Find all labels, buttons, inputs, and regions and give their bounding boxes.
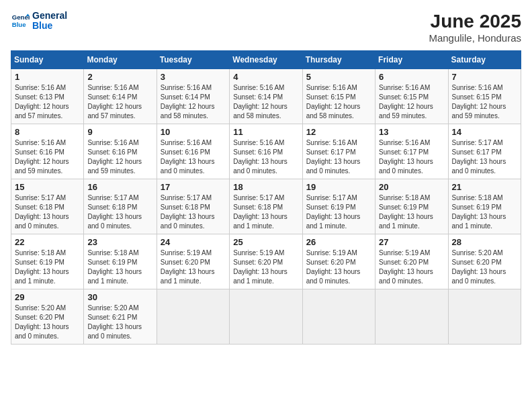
header-wednesday: Wednesday	[230, 51, 302, 69]
calendar-cell: 25Sunrise: 5:19 AMSunset: 6:20 PMDayligh…	[230, 234, 302, 289]
calendar-row: 29Sunrise: 5:20 AMSunset: 6:20 PMDayligh…	[11, 289, 521, 345]
day-number: 3	[161, 72, 226, 82]
header-thursday: Thursday	[302, 51, 375, 69]
day-info: Sunrise: 5:17 AMSunset: 6:17 PMDaylight:…	[452, 138, 517, 176]
day-number: 4	[233, 72, 298, 82]
day-number: 13	[379, 127, 444, 137]
day-number: 15	[15, 182, 80, 192]
calendar-table: Sunday Monday Tuesday Wednesday Thursday…	[11, 50, 521, 345]
day-info: Sunrise: 5:19 AMSunset: 6:20 PMDaylight:…	[161, 248, 226, 286]
calendar-cell: 9Sunrise: 5:16 AMSunset: 6:16 PMDaylight…	[84, 124, 157, 179]
day-info: Sunrise: 5:19 AMSunset: 6:20 PMDaylight:…	[306, 248, 371, 286]
calendar-cell: 21Sunrise: 5:18 AMSunset: 6:19 PMDayligh…	[448, 179, 521, 234]
day-number: 29	[15, 292, 80, 302]
day-number: 17	[161, 182, 226, 192]
day-info: Sunrise: 5:18 AMSunset: 6:19 PMDaylight:…	[379, 193, 444, 231]
header-friday: Friday	[375, 51, 448, 69]
day-info: Sunrise: 5:16 AMSunset: 6:15 PMDaylight:…	[452, 83, 517, 121]
day-number: 2	[87, 72, 152, 82]
day-info: Sunrise: 5:20 AMSunset: 6:20 PMDaylight:…	[452, 248, 517, 286]
calendar-cell: 23Sunrise: 5:18 AMSunset: 6:19 PMDayligh…	[84, 234, 157, 289]
calendar-cell: 29Sunrise: 5:20 AMSunset: 6:20 PMDayligh…	[11, 289, 84, 345]
day-number: 11	[233, 127, 298, 137]
day-info: Sunrise: 5:16 AMSunset: 6:17 PMDaylight:…	[306, 138, 371, 176]
day-info: Sunrise: 5:16 AMSunset: 6:16 PMDaylight:…	[161, 138, 226, 176]
calendar-cell: 10Sunrise: 5:16 AMSunset: 6:16 PMDayligh…	[157, 124, 229, 179]
calendar-cell: 1Sunrise: 5:16 AMSunset: 6:13 PMDaylight…	[11, 69, 84, 124]
day-number: 16	[87, 182, 152, 192]
day-info: Sunrise: 5:18 AMSunset: 6:19 PMDaylight:…	[15, 248, 80, 286]
day-number: 27	[379, 237, 444, 247]
day-number: 28	[452, 237, 517, 247]
header-sunday: Sunday	[11, 51, 84, 69]
header-saturday: Saturday	[448, 51, 521, 69]
day-number: 26	[306, 237, 371, 247]
page-container: General Blue General Blue June 2025 Mang…	[11, 11, 521, 345]
calendar-cell: 12Sunrise: 5:16 AMSunset: 6:17 PMDayligh…	[302, 124, 375, 179]
day-number: 19	[306, 182, 371, 192]
calendar-cell: 18Sunrise: 5:17 AMSunset: 6:18 PMDayligh…	[230, 179, 302, 234]
calendar-cell	[375, 289, 448, 345]
header-tuesday: Tuesday	[157, 51, 229, 69]
calendar-cell: 15Sunrise: 5:17 AMSunset: 6:18 PMDayligh…	[11, 179, 84, 234]
calendar-row: 15Sunrise: 5:17 AMSunset: 6:18 PMDayligh…	[11, 179, 521, 234]
logo-line2: Blue	[32, 21, 67, 31]
svg-text:General: General	[12, 14, 30, 21]
day-info: Sunrise: 5:18 AMSunset: 6:19 PMDaylight:…	[87, 248, 152, 286]
day-number: 9	[87, 127, 152, 137]
calendar-cell	[302, 289, 375, 345]
calendar-row: 8Sunrise: 5:16 AMSunset: 6:16 PMDaylight…	[11, 124, 521, 179]
calendar-cell: 22Sunrise: 5:18 AMSunset: 6:19 PMDayligh…	[11, 234, 84, 289]
calendar-cell: 7Sunrise: 5:16 AMSunset: 6:15 PMDaylight…	[448, 69, 521, 124]
calendar-cell: 24Sunrise: 5:19 AMSunset: 6:20 PMDayligh…	[157, 234, 229, 289]
day-info: Sunrise: 5:16 AMSunset: 6:16 PMDaylight:…	[15, 138, 80, 176]
calendar-cell: 16Sunrise: 5:17 AMSunset: 6:18 PMDayligh…	[84, 179, 157, 234]
logo-icon: General Blue	[11, 11, 30, 30]
day-number: 21	[452, 182, 517, 192]
calendar-row: 1Sunrise: 5:16 AMSunset: 6:13 PMDaylight…	[11, 69, 521, 124]
day-number: 7	[452, 72, 517, 82]
day-info: Sunrise: 5:16 AMSunset: 6:16 PMDaylight:…	[233, 138, 298, 176]
day-number: 12	[306, 127, 371, 137]
day-info: Sunrise: 5:17 AMSunset: 6:18 PMDaylight:…	[233, 193, 298, 231]
day-info: Sunrise: 5:20 AMSunset: 6:21 PMDaylight:…	[87, 304, 152, 341]
calendar-cell: 2Sunrise: 5:16 AMSunset: 6:14 PMDaylight…	[84, 69, 157, 124]
day-info: Sunrise: 5:19 AMSunset: 6:20 PMDaylight:…	[233, 248, 298, 286]
calendar-cell: 17Sunrise: 5:17 AMSunset: 6:18 PMDayligh…	[157, 179, 229, 234]
calendar-cell: 14Sunrise: 5:17 AMSunset: 6:17 PMDayligh…	[448, 124, 521, 179]
calendar-cell: 3Sunrise: 5:16 AMSunset: 6:14 PMDaylight…	[157, 69, 229, 124]
svg-text:Blue: Blue	[12, 21, 26, 28]
calendar-cell	[230, 289, 302, 345]
day-number: 30	[87, 292, 152, 302]
calendar-cell: 27Sunrise: 5:19 AMSunset: 6:20 PMDayligh…	[375, 234, 448, 289]
calendar-cell: 20Sunrise: 5:18 AMSunset: 6:19 PMDayligh…	[375, 179, 448, 234]
day-number: 20	[379, 182, 444, 192]
day-number: 5	[306, 72, 371, 82]
calendar-cell: 28Sunrise: 5:20 AMSunset: 6:20 PMDayligh…	[448, 234, 521, 289]
logo-text: General Blue	[32, 11, 67, 32]
calendar-cell: 30Sunrise: 5:20 AMSunset: 6:21 PMDayligh…	[84, 289, 157, 345]
calendar-cell: 6Sunrise: 5:16 AMSunset: 6:15 PMDaylight…	[375, 69, 448, 124]
day-info: Sunrise: 5:16 AMSunset: 6:16 PMDaylight:…	[87, 138, 152, 176]
day-number: 25	[233, 237, 298, 247]
calendar-cell: 5Sunrise: 5:16 AMSunset: 6:15 PMDaylight…	[302, 69, 375, 124]
day-info: Sunrise: 5:19 AMSunset: 6:20 PMDaylight:…	[379, 248, 444, 286]
day-info: Sunrise: 5:17 AMSunset: 6:18 PMDaylight:…	[15, 193, 80, 231]
day-info: Sunrise: 5:17 AMSunset: 6:18 PMDaylight:…	[87, 193, 152, 231]
day-number: 8	[15, 127, 80, 137]
day-info: Sunrise: 5:16 AMSunset: 6:13 PMDaylight:…	[15, 83, 80, 121]
day-info: Sunrise: 5:16 AMSunset: 6:14 PMDaylight:…	[87, 83, 152, 121]
day-number: 24	[161, 237, 226, 247]
day-number: 14	[452, 127, 517, 137]
logo-line1: General	[32, 11, 67, 21]
month-title: June 2025	[429, 11, 521, 32]
header-monday: Monday	[84, 51, 157, 69]
day-number: 23	[87, 237, 152, 247]
day-info: Sunrise: 5:16 AMSunset: 6:15 PMDaylight:…	[306, 83, 371, 121]
day-number: 22	[15, 237, 80, 247]
calendar-row: 22Sunrise: 5:18 AMSunset: 6:19 PMDayligh…	[11, 234, 521, 289]
day-info: Sunrise: 5:16 AMSunset: 6:14 PMDaylight:…	[161, 83, 226, 121]
logo: General Blue General Blue	[11, 11, 67, 32]
calendar-cell: 26Sunrise: 5:19 AMSunset: 6:20 PMDayligh…	[302, 234, 375, 289]
header: General Blue General Blue June 2025 Mang…	[11, 11, 521, 44]
